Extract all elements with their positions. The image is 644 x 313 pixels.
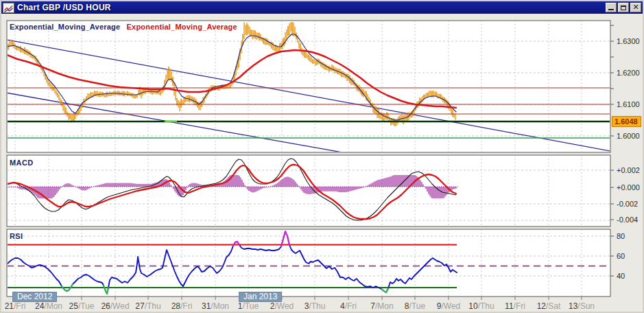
price-panel xyxy=(5,21,610,153)
title-bar[interactable]: Chart GBP /USD HOUR ✕ xyxy=(1,1,643,14)
chart-canvas xyxy=(1,14,643,312)
close-button[interactable]: ✕ xyxy=(630,3,641,12)
minimize-button[interactable] xyxy=(606,3,617,12)
maximize-button[interactable] xyxy=(618,3,629,12)
chart-client-area: Exponential_Moving_Average Exponential_M… xyxy=(1,14,643,312)
minimize-icon xyxy=(608,9,614,10)
rsi-panel xyxy=(7,229,610,297)
macd-panel xyxy=(7,155,610,227)
window-title: Chart GBP /USD HOUR xyxy=(17,3,111,12)
close-icon: ✕ xyxy=(632,4,639,11)
window-buttons: ✕ xyxy=(606,3,641,12)
maximize-icon xyxy=(621,5,626,10)
chart-window: Chart GBP /USD HOUR ✕ Exponential_Moving… xyxy=(0,0,644,313)
app-icon xyxy=(3,3,14,13)
